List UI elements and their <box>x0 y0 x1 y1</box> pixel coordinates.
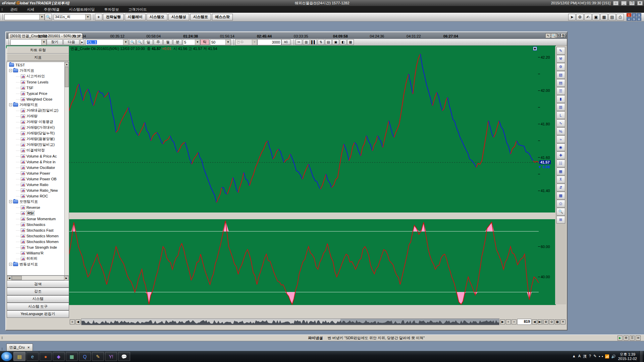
symbol-search-combo[interactable]: ▼ <box>4 14 45 20</box>
tree-item-거래량[interactable]: ····거래량 <box>7 113 69 119</box>
tree-item-volume-ratio_new[interactable]: ····Volume Ratio_New <box>7 187 69 193</box>
tree-item-williams-r[interactable]: ····Williams'R <box>7 250 69 256</box>
restore-button[interactable]: ❐ <box>629 1 635 5</box>
tree-item-stochastics[interactable]: ····Stochastics <box>7 222 69 227</box>
sidebar-0-button[interactable]: 검색 <box>7 280 69 288</box>
calculator-icon[interactable]: ▦ <box>66 352 78 361</box>
toolbar-button-1[interactable]: 시뮬레이 <box>125 14 146 20</box>
print-icon[interactable]: ⎙ <box>556 200 565 207</box>
chevron-down-icon[interactable]: ▼ <box>85 14 90 20</box>
tree-item-tsf[interactable]: ····TSF <box>7 85 69 90</box>
nav-left-icon[interactable]: ◀ <box>75 319 80 324</box>
edit-icon[interactable]: ✎ <box>556 47 565 55</box>
zoom-plus-icon[interactable]: ⊕ <box>543 319 548 324</box>
peak-icon[interactable]: ⊼ <box>556 176 565 183</box>
taskbar-clock[interactable]: 오후 1:39 2015-12-02 <box>618 352 637 361</box>
expand-icon[interactable]: − <box>9 103 12 106</box>
tree-item-히히히[interactable]: ····히히히 <box>7 256 69 261</box>
expand-icon[interactable]: ⊞ <box>556 216 565 224</box>
start-button[interactable]: ⊞ <box>1 352 12 361</box>
tree-item-미결제약정[interactable]: ····미결제약정 <box>7 147 69 153</box>
tree-item-rsi[interactable]: ····RSI <box>7 210 69 216</box>
tree-item-volume---price-in[interactable]: ····Volume & Price in <box>7 159 69 165</box>
tick-button[interactable]: 틱 <box>200 39 209 45</box>
play-icon[interactable]: ▶ <box>618 336 623 341</box>
tree-item-거래량-가격대비-[interactable]: ····거래량(가격대비) <box>7 125 69 130</box>
workspace-5-button[interactable]: 5 <box>632 17 636 21</box>
minute-combo[interactable]: 5▼ <box>183 39 200 45</box>
wrench-icon[interactable]: ⚒ <box>556 55 565 63</box>
expander-icon[interactable]: ▸ <box>80 39 84 45</box>
draw-icon[interactable]: ✎ <box>545 33 550 38</box>
menu-item-1[interactable]: 시세 <box>22 7 39 11</box>
grid-icon[interactable]: ▦ <box>347 39 354 45</box>
show-desktop-button[interactable] <box>639 351 643 362</box>
tree-item-거래량-전일비교-[interactable]: ····거래량(전일비교) <box>7 142 69 147</box>
menu-item-2[interactable]: 주문/체결 <box>39 7 64 11</box>
tree-item-시고저라인[interactable]: ····시고저라인 <box>7 73 69 79</box>
tree-item-volume-roc[interactable]: ····Volume ROC <box>7 193 69 199</box>
bar-counter[interactable]: 819 <box>517 319 531 325</box>
toolbar-button-5[interactable]: 예스스팟 <box>212 14 233 20</box>
volume-style-icon[interactable]: ▥ <box>303 39 310 45</box>
symbol-combo[interactable]: CL..1▼ <box>86 39 128 45</box>
minimized-chart-tab[interactable]: 연결_Cru ✕ <box>6 344 33 351</box>
magnifier-icon[interactable]: 🔍 <box>551 33 556 38</box>
nav-right-icon[interactable]: ▶ <box>500 319 505 324</box>
indicator-combo[interactable]: ▼ <box>10 39 47 45</box>
chart-type-button[interactable]: 차트 유형 <box>7 46 69 54</box>
tray-item-0[interactable]: ▲ <box>572 354 576 359</box>
tray-item-4[interactable]: ✎ <box>593 354 596 359</box>
tree-item-volume-power-ob[interactable]: ····Volume Power OB <box>7 176 69 182</box>
percent-icon[interactable]: % <box>556 127 565 135</box>
gear-icon[interactable]: ⚙ <box>624 336 629 341</box>
gear-icon[interactable]: ⚙ <box>556 63 565 71</box>
find-button[interactable]: 찾기 <box>47 39 63 45</box>
sidebar-3-button[interactable]: 시스템 도구 <box>7 303 69 310</box>
workspace-6-button[interactable]: 6 <box>637 17 641 21</box>
toolbar-button-4[interactable]: 시스템포 <box>190 14 211 20</box>
menu-item-4[interactable]: 투자정보 <box>100 7 124 11</box>
indicator-button[interactable]: 지표 <box>7 54 69 61</box>
sidebar-4-button[interactable]: YesLanguage 편집기 <box>7 310 69 318</box>
toolbar-button-0[interactable]: 전략실행 <box>103 14 124 20</box>
workspace-2-button[interactable]: 2 <box>632 13 636 17</box>
workspace-1-button[interactable]: 1 <box>627 13 631 17</box>
workspace-4-button[interactable]: 4 <box>627 17 631 21</box>
zoom-in-icon[interactable]: 🔍 <box>129 39 136 45</box>
tree-item-test[interactable]: TEST <box>7 62 69 68</box>
gear-icon[interactable]: ⚙ <box>576 14 584 20</box>
tree-item-거래량-음봉양봉-[interactable]: ····거래량(음봉양봉) <box>7 136 69 142</box>
tree-item-거래량-당일누적-[interactable]: ····거래량(당일누적) <box>7 130 69 136</box>
menu-item-5[interactable]: 고객가이드 <box>124 7 152 11</box>
scroll-up-icon[interactable]: ▲ <box>65 62 69 67</box>
log-scale-icon[interactable]: L <box>556 111 565 119</box>
purple-app-icon[interactable]: ◆ <box>53 352 65 361</box>
tree-item-stochastics-fast[interactable]: ····Stochastics Fast <box>7 227 69 233</box>
tree-item-weighted-close[interactable]: ····Weighted Close <box>7 96 69 102</box>
matrix-icon[interactable]: ▩ <box>556 192 565 199</box>
tree-vscrollbar[interactable]: ▲ <box>64 62 69 276</box>
color-chart-icon[interactable]: ◧ <box>340 39 346 45</box>
tray-small-icon-2[interactable]: 📶 <box>605 354 609 359</box>
tray-small-icon-1[interactable]: ▪ <box>602 354 603 359</box>
chart-bars-icon[interactable]: ▥ <box>556 103 565 111</box>
list-icon[interactable]: ☰ <box>630 336 635 341</box>
expand-icon[interactable]: − <box>9 263 12 266</box>
nav-forward-icon[interactable]: » <box>512 319 517 324</box>
menu-item-3[interactable]: 시스템트레이딩 <box>64 7 100 11</box>
media-player-icon[interactable]: ● <box>40 352 52 361</box>
tray-item-2[interactable]: 漢 <box>583 354 587 359</box>
zoom-reset-icon[interactable]: 🔍 <box>137 39 143 45</box>
list-icon[interactable]: ☰ <box>556 87 565 95</box>
hl-line-icon[interactable]: ∿ <box>556 119 565 127</box>
package-icon[interactable]: ▧ <box>556 71 565 79</box>
toolbar-button-3[interactable]: 시스템성 <box>168 14 189 20</box>
tray-item-3[interactable]: ? <box>589 354 591 359</box>
tree-item-거래대금-전일비교-[interactable]: ····거래대금(전일비교) <box>7 108 69 113</box>
scroll-right-icon[interactable]: ▶ <box>64 276 69 281</box>
nav-rewind-icon[interactable]: « <box>506 319 511 324</box>
ie-icon[interactable]: e <box>26 352 39 361</box>
expand-icon[interactable]: − <box>9 69 12 72</box>
kakaotalk-icon[interactable]: 💬 <box>118 352 130 361</box>
